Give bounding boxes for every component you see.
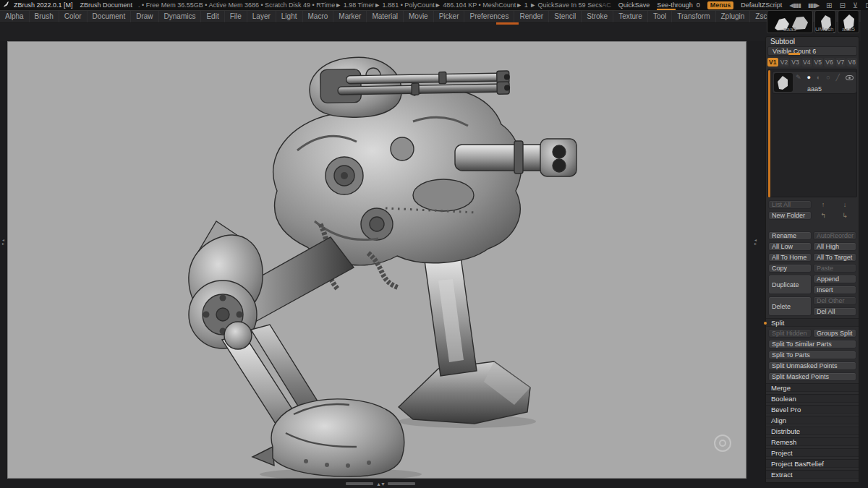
split-unmasked-points-button[interactable]: Split Unmasked Points — [768, 361, 856, 370]
extract-section-header[interactable]: Extract — [766, 470, 859, 479]
pen-icon[interactable]: ✎ — [796, 74, 801, 81]
scroll-left-icon[interactable]: ◀▮▮▮ — [789, 2, 800, 9]
menu-brush[interactable]: Brush — [30, 11, 59, 22]
all-to-target-button[interactable]: All To Target — [813, 253, 856, 262]
all-to-home-button[interactable]: All To Home — [768, 253, 812, 262]
move-up-icon[interactable]: ↑ — [813, 200, 833, 209]
mech-model-render — [8, 42, 747, 479]
tab-v1[interactable]: V1 — [767, 58, 778, 67]
groups-split-button[interactable]: Groups Split — [813, 329, 856, 338]
tab-v8[interactable]: V8 — [846, 58, 857, 67]
restore-window-icon[interactable]: ⊡ — [865, 1, 868, 9]
autoreorder-button[interactable]: AutoReorder — [813, 231, 856, 240]
menu-macro[interactable]: Macro — [303, 11, 334, 22]
insert-button[interactable]: Insert — [813, 286, 856, 294]
split-section-header[interactable]: Split — [766, 318, 859, 327]
bevel-pro-section-header[interactable]: Bevel Pro — [766, 405, 859, 414]
menu-light[interactable]: Light — [276, 11, 303, 22]
menu-tool[interactable]: Tool — [648, 11, 672, 22]
right-tray-toggle[interactable]: ◂ ▸ — [752, 239, 759, 246]
tab-v6[interactable]: V6 — [824, 58, 835, 67]
menu-color[interactable]: Color — [59, 11, 88, 22]
distribute-section-header[interactable]: Distribute — [766, 427, 859, 435]
dock-document-icon[interactable]: ⊟ — [839, 1, 845, 9]
append-button[interactable]: Append — [813, 275, 856, 283]
project-basrelief-section-header[interactable]: Project BasRelief — [766, 459, 859, 468]
ac-button[interactable]: AC — [602, 1, 611, 9]
boolean-section-header[interactable]: Boolean — [766, 394, 859, 403]
polypaint-half-icon[interactable]: ◐ — [817, 74, 820, 81]
current-tool-thumbnail[interactable]: aaa5 — [767, 10, 813, 33]
subtool-palette-title[interactable]: Subtool — [766, 37, 859, 46]
menus-toggle-button[interactable]: Menus — [707, 1, 734, 9]
paste-button[interactable]: Paste — [813, 264, 856, 273]
menu-zplugin[interactable]: Zplugin — [716, 11, 751, 22]
menu-stencil[interactable]: Stencil — [549, 11, 582, 22]
menu-transform[interactable]: Transform — [672, 11, 715, 22]
visibility-eye-icon[interactable] — [846, 75, 854, 80]
duplicate-button[interactable]: Duplicate — [768, 275, 812, 294]
del-other-button[interactable]: Del Other — [813, 296, 856, 305]
right-dock-edge — [861, 10, 868, 488]
menu-stroke[interactable]: Stroke — [582, 11, 613, 22]
menu-alpha[interactable]: Alpha — [0, 11, 30, 22]
tab-v5[interactable]: V5 — [813, 58, 824, 67]
list-all-button[interactable]: List All — [768, 200, 812, 209]
camera-orbit-widget[interactable] — [714, 435, 731, 452]
menu-file[interactable]: File — [225, 11, 247, 22]
folder-up-icon[interactable]: ↰ — [813, 211, 833, 220]
split-hidden-button[interactable]: Split Hidden — [768, 329, 812, 338]
aaa5-tool-thumbnail[interactable]: aaa5 — [838, 10, 859, 33]
remesh-section-header[interactable]: Remesh — [766, 437, 859, 446]
menu-dynamics[interactable]: Dynamics — [159, 11, 202, 22]
subtool-list-scrollbar[interactable] — [768, 70, 770, 197]
menu-draw[interactable]: Draw — [131, 11, 158, 22]
move-down-icon[interactable]: ↓ — [835, 200, 855, 209]
split-to-similar-parts-button[interactable]: Split To Similar Parts — [768, 340, 856, 348]
scroll-right-icon[interactable]: ▮▮▮▶ — [808, 2, 819, 9]
rename-button[interactable]: Rename — [768, 231, 812, 240]
menu-material[interactable]: Material — [367, 11, 404, 22]
slider-handle[interactable] — [788, 53, 800, 55]
menu-preferences[interactable]: Preferences — [464, 11, 514, 22]
document-canvas[interactable] — [7, 41, 746, 479]
menu-texture[interactable]: Texture — [613, 11, 648, 22]
app-version-title: ZBrush 2022.0.1 [M] — [14, 1, 73, 9]
polypaint-on-icon[interactable]: ● — [807, 74, 810, 81]
float-document-icon[interactable]: ⊞ — [826, 1, 832, 9]
menu-render[interactable]: Render — [514, 11, 549, 22]
menu-movie[interactable]: Movie — [404, 11, 434, 22]
new-folder-button[interactable]: New Folder — [768, 211, 812, 220]
minimize-icon[interactable]: ⊻ — [853, 1, 858, 9]
see-through-slider[interactable]: See-through 0 — [657, 1, 700, 9]
tab-v2[interactable]: V2 — [779, 58, 790, 67]
all-low-button[interactable]: All Low — [768, 242, 812, 251]
copy-button[interactable]: Copy — [768, 264, 812, 273]
split-to-parts-button[interactable]: Split To Parts — [768, 351, 856, 359]
umesh-tool-thumbnail[interactable]: UMesh_ — [814, 10, 836, 33]
defaultzscript-button[interactable]: DefaultZScript — [741, 1, 782, 9]
left-tray-toggle[interactable]: ◂ ▸ — [0, 239, 7, 246]
merge-section-header[interactable]: Merge — [766, 383, 859, 392]
project-section-header[interactable]: Project — [766, 448, 859, 457]
del-all-button[interactable]: Del All — [813, 307, 856, 316]
mask-slash-icon[interactable]: ╱ — [836, 74, 840, 81]
menu-marker[interactable]: Marker — [333, 11, 367, 22]
tab-v7[interactable]: V7 — [835, 58, 846, 67]
subtool-item[interactable]: ✎ ● ◐ ○ ╱ aaa5 — [772, 71, 857, 94]
menu-layer[interactable]: Layer — [247, 11, 276, 22]
menu-edit[interactable]: Edit — [201, 11, 224, 22]
polypaint-off-icon[interactable]: ○ — [826, 74, 830, 81]
menu-picker[interactable]: Picker — [434, 11, 465, 22]
bottom-tray-toggle[interactable]: ▲▼ — [346, 481, 425, 487]
menu-document[interactable]: Document — [88, 11, 132, 22]
tab-v3[interactable]: V3 — [790, 58, 801, 67]
tab-v4[interactable]: V4 — [801, 58, 812, 67]
delete-button[interactable]: Delete — [768, 296, 812, 316]
align-section-header[interactable]: Align — [766, 416, 859, 424]
quicksave-button[interactable]: QuickSave — [618, 1, 650, 9]
all-high-button[interactable]: All High — [813, 242, 856, 251]
split-masked-points-button[interactable]: Split Masked Points — [768, 372, 856, 381]
visible-count-slider[interactable]: Visible Count 6 — [767, 46, 857, 56]
folder-down-icon[interactable]: ↳ — [835, 211, 855, 220]
